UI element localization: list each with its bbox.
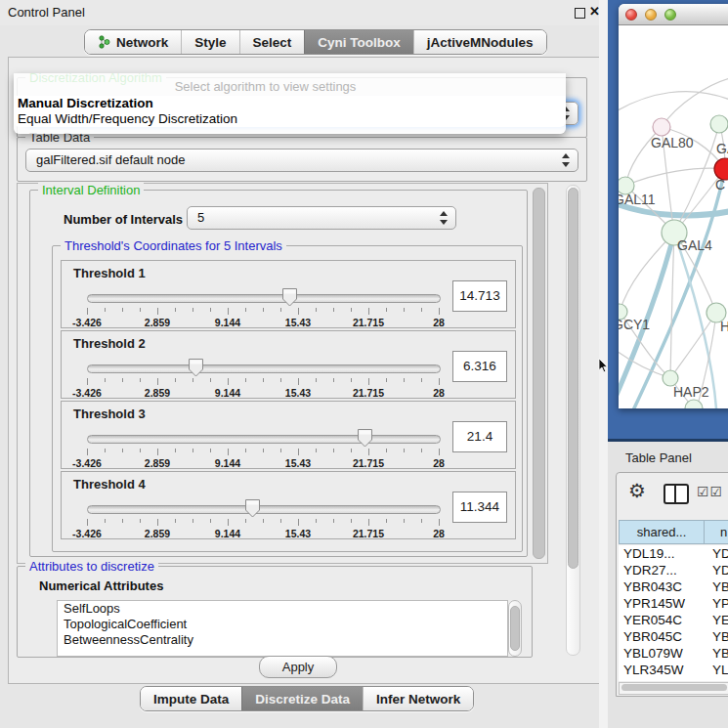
- slider-track[interactable]: [87, 505, 441, 514]
- slider-track[interactable]: [87, 435, 441, 444]
- table-data-combobox[interactable]: galFiltered.sif default node: [25, 149, 578, 172]
- popup-item-manual-discretization[interactable]: Manual Discretization: [14, 96, 566, 111]
- slider-ticks: [87, 378, 439, 386]
- threshold-slider[interactable]: -3.4262.8599.14415.4321.71528: [87, 497, 447, 536]
- tab-infer-network[interactable]: Infer Network: [363, 687, 473, 710]
- number-of-intervals-combobox[interactable]: 5: [187, 206, 456, 230]
- cell-shared-name: YBR043C: [623, 578, 682, 595]
- threshold-value-field[interactable]: 21.4: [452, 421, 507, 452]
- network-node-label: C: [715, 177, 725, 193]
- table-row[interactable]: YBR045CYBR0: [619, 628, 728, 645]
- tick-mark: [210, 519, 211, 523]
- attribute-list-item[interactable]: BetweennessCentrality: [58, 632, 507, 648]
- checkbox-icons[interactable]: ☑☑: [697, 484, 723, 499]
- tick-mark: [368, 449, 369, 455]
- gear-icon[interactable]: ⚙: [628, 481, 646, 500]
- tick-label: 15.43: [285, 528, 311, 539]
- tick-mark: [280, 519, 281, 523]
- float-window-icon[interactable]: [575, 8, 585, 19]
- network-node[interactable]: [653, 118, 670, 136]
- horizontal-scrollbar-thumb[interactable]: [621, 684, 727, 691]
- column-view-icon[interactable]: [664, 484, 689, 504]
- threshold-panel: Threshold 3 -3.4262.8599.14415.4321.7152…: [61, 401, 516, 469]
- network-edge[interactable]: [619, 92, 728, 113]
- outer-scrollbar-track[interactable]: [566, 185, 580, 656]
- tick-mark: [140, 308, 141, 312]
- tab-select[interactable]: Select: [239, 30, 305, 54]
- tick-mark: [140, 378, 141, 382]
- table-row[interactable]: YPR145WYPR1: [619, 595, 728, 612]
- tick-label: 2.859: [145, 528, 170, 539]
- tick-label: 21.715: [353, 317, 384, 328]
- cell-name: YLR3: [712, 662, 728, 678]
- slider-thumb-icon[interactable]: [189, 359, 203, 377]
- column-header-name[interactable]: n: [705, 520, 728, 544]
- inner-scrollbar-thumb[interactable]: [533, 188, 545, 559]
- slider-thumb-icon[interactable]: [358, 429, 372, 448]
- tab-network[interactable]: Network: [85, 30, 181, 54]
- network-edge[interactable]: [620, 233, 674, 312]
- tick-mark: [228, 519, 229, 526]
- threshold-slider[interactable]: -3.4262.8599.14415.4321.71528: [87, 286, 447, 325]
- cell-shared-name: YIL052C: [623, 678, 675, 681]
- popup-prompt: Select algorithm to view settings: [14, 79, 566, 94]
- network-canvas[interactable]: GAL80GACGAL11GAL4GCY1HHAP2: [619, 25, 728, 408]
- numerical-attributes-list[interactable]: SelfLoopsTopologicalCoefficientBetweenne…: [57, 600, 508, 657]
- tick-label: 28: [433, 387, 445, 399]
- tab-discretize-data[interactable]: Discretize Data: [241, 687, 363, 710]
- minimize-traffic-light[interactable]: [645, 9, 657, 21]
- threshold-label: Threshold 4: [73, 477, 146, 492]
- zoom-traffic-light[interactable]: [664, 9, 676, 21]
- network-node[interactable]: [710, 115, 728, 133]
- threshold-slider[interactable]: -3.4262.8599.14415.4321.71528: [87, 427, 447, 466]
- attributes-scrollbar-track[interactable]: [508, 600, 522, 657]
- tab-style[interactable]: Style: [181, 30, 238, 54]
- tab-cyni-toolbox[interactable]: Cyni Toolbox: [304, 30, 413, 54]
- tick-mark: [386, 519, 387, 523]
- tick-mark: [386, 308, 387, 312]
- thresholds-group: Threshold's Coordinates for 5 Intervals …: [52, 245, 523, 552]
- threshold-value-field[interactable]: 14.713: [452, 280, 507, 312]
- table-row[interactable]: YBR043CYBR0: [619, 578, 728, 595]
- network-edge[interactable]: [670, 233, 674, 378]
- table-row[interactable]: YDL19...YDL1: [619, 545, 728, 562]
- group-title-attributes: Attributes to discretize: [25, 559, 158, 574]
- column-header-shared-name[interactable]: shared...: [619, 520, 705, 544]
- tab-jactivemnodules[interactable]: jActiveMNodules: [413, 30, 546, 54]
- attribute-list-item[interactable]: SelfLoops: [58, 601, 507, 617]
- attribute-list-item[interactable]: TopologicalCoefficient: [58, 617, 507, 632]
- tick-label: -3.426: [72, 387, 102, 399]
- slider-thumb-icon[interactable]: [282, 288, 297, 307]
- tick-mark: [263, 308, 264, 312]
- network-edge[interactable]: [625, 168, 725, 186]
- tick-mark: [122, 378, 123, 382]
- tick-label: 21.715: [353, 387, 384, 399]
- apply-button[interactable]: Apply: [259, 656, 337, 678]
- slider-track[interactable]: [87, 294, 441, 303]
- network-window-titlebar[interactable]: [619, 4, 728, 25]
- tab-impute-data[interactable]: Impute Data: [141, 687, 241, 710]
- table-row[interactable]: YIL052CYIL0: [619, 678, 728, 681]
- cell-name: YPR1: [712, 595, 728, 612]
- table-row[interactable]: YDR27...YDR2: [619, 562, 728, 578]
- cell-name: YDL1: [712, 545, 728, 562]
- table-row[interactable]: YER054CYER0: [619, 612, 728, 628]
- outer-scrollbar-thumb[interactable]: [568, 188, 578, 569]
- attributes-scrollbar-thumb[interactable]: [510, 606, 520, 651]
- tick-label: 28: [433, 317, 445, 328]
- tick-mark: [386, 449, 387, 452]
- table-row[interactable]: YLR345WYLR3: [619, 662, 728, 678]
- threshold-value-field[interactable]: 6.316: [452, 351, 507, 382]
- close-traffic-light[interactable]: [625, 9, 637, 21]
- popup-item-equal-width-frequency[interactable]: Equal Width/Frequency Discretization: [14, 111, 566, 127]
- tick-label: 15.43: [285, 387, 311, 399]
- tick-mark: [175, 378, 176, 382]
- slider-track[interactable]: [87, 364, 441, 373]
- threshold-slider[interactable]: -3.4262.8599.14415.4321.71528: [87, 357, 447, 396]
- tick-mark: [175, 449, 176, 452]
- table-row[interactable]: YBL079WYBL0: [619, 645, 728, 662]
- slider-thumb-icon[interactable]: [245, 499, 260, 518]
- horizontal-scrollbar-track[interactable]: [619, 682, 728, 695]
- network-edge[interactable]: [670, 313, 716, 378]
- threshold-value-field[interactable]: 11.344: [452, 492, 507, 523]
